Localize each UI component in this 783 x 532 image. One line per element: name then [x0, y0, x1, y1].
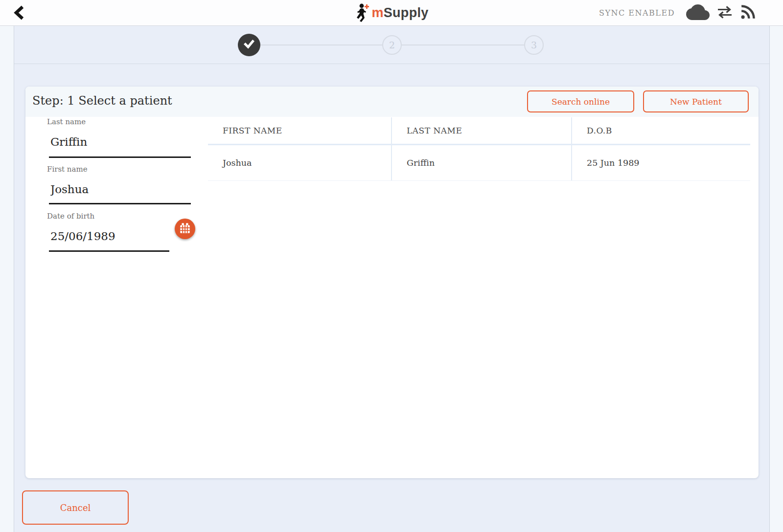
column-header-first-name: FIRST NAME: [208, 117, 391, 144]
calendar-button[interactable]: [175, 219, 195, 239]
card-header: Step: 1 Select a patient Search online N…: [25, 87, 759, 117]
patient-first-name: Joshua: [208, 145, 391, 180]
cloud-icon: [686, 4, 710, 22]
last-name-label: Last name: [47, 117, 86, 126]
select-patient-card: Step: 1 Select a patient Search online N…: [25, 87, 759, 478]
date-of-birth-label: Date of birth: [47, 212, 94, 221]
calendar-icon: [179, 222, 191, 236]
table-header-row: FIRST NAME LAST NAME D.O.B: [208, 117, 750, 145]
step-3-indicator: 3: [524, 35, 544, 55]
cancel-button[interactable]: Cancel: [22, 490, 129, 525]
step-2-number: 2: [389, 40, 395, 50]
column-header-last-name: LAST NAME: [391, 117, 571, 144]
date-of-birth-underline: [49, 250, 169, 252]
patient-last-name: Griffin: [391, 145, 571, 180]
checkmark-icon: [243, 38, 255, 52]
patient-row[interactable]: Joshua Griffin 25 Jun 1989: [208, 145, 750, 181]
step-1-complete: [238, 34, 260, 56]
running-man-icon: [354, 2, 370, 24]
sync-status-label: SYNC ENABLED: [599, 8, 675, 18]
logo-wordmark: mSupply: [371, 5, 428, 21]
first-name-underline: [49, 203, 191, 204]
patient-results-table: FIRST NAME LAST NAME D.O.B Joshua Griffi…: [208, 117, 750, 181]
header-buttons: Search online New Patient: [527, 90, 749, 112]
column-header-dob: D.O.B: [571, 117, 750, 144]
last-name-input[interactable]: [50, 135, 190, 148]
last-name-underline: [49, 156, 191, 158]
top-bar: mSupply SYNC ENABLED: [0, 0, 783, 26]
step-2-indicator: 2: [382, 35, 402, 55]
wizard-stepper: 2 3: [14, 26, 769, 64]
patient-dob: 25 Jun 1989: [571, 145, 750, 180]
sync-status-area[interactable]: SYNC ENABLED: [599, 0, 756, 26]
search-online-button[interactable]: Search online: [527, 90, 634, 112]
new-patient-button[interactable]: New Patient: [643, 90, 749, 112]
step-3-number: 3: [531, 40, 537, 50]
stepper-connector: [260, 44, 382, 45]
first-name-input[interactable]: [50, 183, 190, 196]
page-title: Step: 1 Select a patient: [32, 94, 172, 108]
transfer-arrows-icon: [716, 5, 734, 22]
first-name-label: First name: [47, 165, 88, 174]
msupply-app: mSupply SYNC ENABLED: [0, 0, 783, 532]
stepper-connector: [402, 44, 524, 45]
date-of-birth-input[interactable]: [50, 230, 168, 243]
wifi-rss-icon: [740, 4, 756, 22]
